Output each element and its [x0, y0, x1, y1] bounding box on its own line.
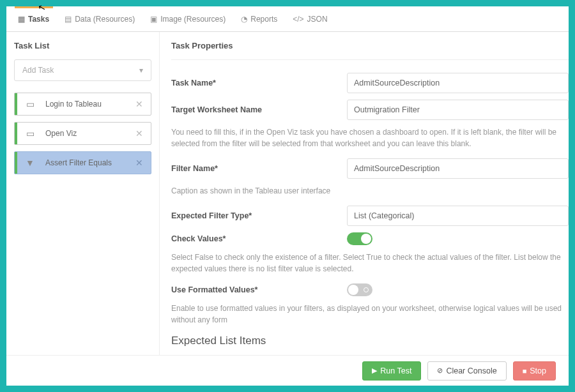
tab-data[interactable]: ▤ Data (Resources): [57, 6, 142, 31]
task-item-login[interactable]: ▭ Login to Tableau ✕: [14, 93, 151, 116]
task-status-bar: [15, 123, 17, 144]
tasks-icon: ▦: [18, 15, 25, 24]
task-icon: ▭: [24, 128, 36, 139]
label: Expected Filter Type*: [171, 211, 347, 220]
use-formatted-toggle[interactable]: [347, 283, 372, 296]
label: Target Worksheet Name: [171, 105, 347, 114]
close-icon[interactable]: ✕: [133, 99, 146, 109]
field-target-ws: Target Worksheet Name Outmigration Filte…: [171, 100, 569, 120]
label: Use Formatted Values*: [171, 285, 347, 294]
stop-button[interactable]: ■ Stop: [513, 361, 556, 381]
clear-icon: ⊘: [437, 366, 443, 375]
task-item-assert-filter[interactable]: ▼ Assert Filter Equals ✕: [14, 151, 151, 174]
task-label: Login to Tableau: [45, 100, 133, 109]
tab-label: JSON: [307, 15, 328, 24]
field-use-formatted: Use Formatted Values*: [171, 283, 569, 296]
content-title: Task Properties: [171, 41, 569, 50]
task-item-openviz[interactable]: ▭ Open Viz ✕: [14, 122, 151, 145]
button-label: Clear Console: [446, 366, 496, 375]
app-window: ↖ ▦ Tasks ▤ Data (Resources) ▣ Image (Re…: [6, 6, 569, 386]
help-text: Caption as shown in the Tableau user int…: [171, 185, 569, 197]
active-tab-indicator: [15, 6, 53, 8]
tab-reports[interactable]: ◔ Reports: [233, 6, 285, 31]
task-status-bar: [15, 93, 17, 115]
data-icon: ▤: [65, 15, 72, 24]
sidebar: Task List Add Task ▾ ▭ Login to Tableau …: [6, 32, 160, 355]
add-task-placeholder: Add Task: [22, 66, 54, 75]
button-label: Stop: [530, 366, 546, 375]
task-icon: ▭: [24, 99, 36, 109]
button-label: Run Test: [380, 366, 411, 375]
help-text: You need to fill this, if in the Open Vi…: [171, 126, 569, 149]
tab-label: Tasks: [28, 15, 49, 24]
task-status-bar: [15, 152, 17, 174]
field-check-values: Check Values*: [171, 232, 569, 245]
tab-json[interactable]: </> JSON: [285, 6, 335, 31]
add-task-dropdown[interactable]: Add Task ▾: [14, 59, 151, 81]
reports-icon: ◔: [241, 15, 247, 24]
tab-image[interactable]: ▣ Image (Resources): [142, 6, 233, 31]
stop-icon: ■: [523, 367, 527, 375]
sidebar-title: Task List: [14, 41, 151, 50]
help-text: Enable to use formatted values in your f…: [171, 303, 569, 326]
field-expected-type: Expected Filter Type* List (Categorical): [171, 206, 569, 226]
filter-name-input[interactable]: AdmitSourceDescription: [347, 158, 569, 179]
run-test-button[interactable]: ▶ Run Test: [362, 361, 421, 381]
filter-icon: ▼: [24, 158, 36, 168]
task-label: Assert Filter Equals: [45, 158, 133, 167]
help-text: Select False to check only the existence…: [171, 252, 569, 275]
tab-label: Image (Resources): [160, 15, 226, 24]
task-name-input[interactable]: AdmitSourceDescription: [347, 73, 569, 93]
label: Task Name*: [171, 79, 347, 87]
label: Filter Name*: [171, 164, 347, 173]
main: Task List Add Task ▾ ▭ Login to Tableau …: [6, 32, 569, 355]
footer: ▶ Run Test ⊘ Clear Console ■ Stop: [6, 355, 569, 386]
chevron-down-icon: ▾: [139, 66, 143, 75]
label: Check Values*: [171, 234, 347, 243]
target-ws-input[interactable]: Outmigration Filter: [347, 100, 569, 120]
tab-label: Data (Resources): [75, 15, 135, 24]
clear-console-button[interactable]: ⊘ Clear Console: [427, 361, 506, 381]
tab-label: Reports: [250, 15, 277, 24]
properties-form: Task Name* AdmitSourceDescription Target…: [171, 73, 569, 355]
image-icon: ▣: [150, 15, 157, 24]
expected-items-title: Expected List Items: [171, 335, 569, 347]
tab-bar: ▦ Tasks ▤ Data (Resources) ▣ Image (Reso…: [6, 6, 569, 32]
content-panel: Task Properties Task Name* AdmitSourceDe…: [160, 32, 569, 355]
divider: [171, 59, 569, 60]
field-filter-name: Filter Name* AdmitSourceDescription: [171, 158, 569, 179]
close-icon[interactable]: ✕: [133, 158, 146, 168]
close-icon[interactable]: ✕: [133, 128, 146, 139]
expected-type-select[interactable]: List (Categorical): [347, 206, 569, 226]
task-label: Open Viz: [45, 129, 133, 138]
json-icon: </>: [293, 15, 303, 24]
check-values-toggle[interactable]: [347, 232, 372, 245]
field-task-name: Task Name* AdmitSourceDescription: [171, 73, 569, 93]
play-icon: ▶: [372, 366, 377, 375]
tab-tasks[interactable]: ▦ Tasks: [10, 6, 57, 31]
